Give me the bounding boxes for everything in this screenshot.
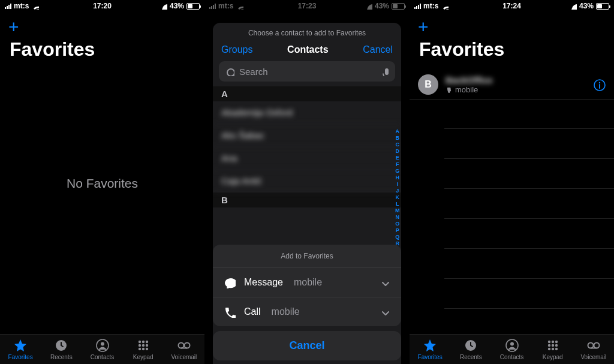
voicemail-icon — [586, 338, 601, 353]
tab-voicemail[interactable]: Voicemail — [164, 335, 204, 364]
dictation-icon[interactable] — [380, 67, 389, 76]
status-bar: mt:s 17:24 43% — [410, 0, 614, 12]
add-favorite-button[interactable]: + — [418, 18, 429, 36]
contact-icon — [95, 338, 110, 353]
signal-icon — [5, 4, 11, 9]
sheet-subtitle: Choose a contact to add to Favorites — [213, 23, 401, 41]
favorite-subtitle: mobile — [446, 85, 592, 94]
contact-icon — [505, 338, 519, 353]
battery-icon — [596, 3, 609, 10]
search-icon — [225, 67, 234, 76]
separator — [444, 248, 614, 249]
sheet-title: Contacts — [287, 44, 328, 55]
separator — [444, 188, 614, 189]
tab-favorites[interactable]: Favorites — [0, 335, 41, 364]
tab-bar: Favorites Recents Contacts Keypad Voicem… — [0, 334, 204, 364]
separator — [444, 158, 614, 159]
battery-pct: 43% — [579, 2, 594, 10]
star-icon — [423, 338, 437, 353]
battery-pct: 43% — [170, 2, 184, 10]
clock-icon — [54, 338, 68, 353]
contact-row[interactable]: Caja Antić — [213, 170, 401, 192]
tab-recents[interactable]: Recents — [41, 335, 82, 364]
separator — [444, 278, 614, 279]
separator — [444, 308, 614, 309]
empty-state-label: No Favorites — [0, 176, 204, 191]
tab-keypad[interactable]: Keypad — [123, 335, 164, 364]
phone-icon — [446, 86, 453, 93]
contact-row[interactable]: Ana — [213, 147, 401, 170]
wifi-icon — [31, 2, 39, 10]
section-header-b: B — [213, 192, 401, 207]
tab-recents[interactable]: Recents — [450, 335, 491, 364]
wifi-icon — [441, 2, 449, 10]
separator — [444, 218, 614, 219]
chevron-down-icon — [378, 276, 390, 288]
dnd-moon-icon — [161, 3, 167, 10]
favorite-name: BackOffice — [446, 75, 592, 85]
tab-keypad[interactable]: Keypad — [532, 335, 573, 364]
phone-icon — [224, 306, 236, 318]
favorite-row[interactable]: B BackOffice mobile — [410, 70, 614, 100]
action-call[interactable]: Call mobile — [213, 297, 401, 326]
page-title: Favorites — [10, 38, 95, 61]
tab-voicemail[interactable]: Voicemail — [573, 335, 614, 364]
pane-favorites-populated: mt:s 17:24 43% + Favorites B BackOffice … — [410, 0, 614, 364]
status-time: 17:24 — [502, 2, 521, 10]
section-header-a: A — [213, 86, 401, 101]
tab-favorites[interactable]: Favorites — [410, 335, 450, 364]
action-message[interactable]: Message mobile — [213, 267, 401, 297]
status-time: 17:20 — [93, 2, 112, 10]
groups-button[interactable]: Groups — [221, 44, 252, 55]
cancel-button[interactable]: Cancel — [363, 44, 393, 55]
add-favorite-button[interactable]: + — [8, 18, 19, 36]
dnd-moon-icon — [570, 3, 577, 10]
tab-bar: Favorites Recents Contacts Keypad Voicem… — [410, 334, 614, 364]
star-icon — [13, 338, 28, 353]
carrier-label: mt:s — [423, 2, 438, 10]
avatar: B — [418, 74, 438, 95]
status-bar: mt:s 17:20 43% — [0, 0, 204, 12]
message-icon — [224, 276, 236, 288]
action-sheet-title: Add to Favorites — [213, 245, 401, 267]
battery-icon — [186, 3, 200, 10]
voicemail-icon — [177, 338, 191, 353]
chevron-down-icon — [378, 306, 390, 318]
carrier-label: mt:s — [14, 2, 29, 10]
search-field[interactable] — [219, 61, 395, 82]
contact-row[interactable]: Aks Šabac — [213, 124, 401, 147]
signal-icon — [414, 4, 421, 9]
action-cancel-button[interactable]: Cancel — [213, 331, 401, 360]
keypad-icon — [136, 338, 151, 353]
info-icon[interactable] — [592, 78, 606, 91]
tab-contacts[interactable]: Contacts — [491, 335, 532, 364]
tab-contacts[interactable]: Contacts — [82, 335, 122, 364]
add-favorite-action-sheet: Add to Favorites Message mobile Call mob… — [213, 245, 401, 360]
page-title: Favorites — [419, 38, 504, 61]
search-input[interactable] — [239, 67, 375, 77]
keypad-icon — [546, 338, 560, 353]
clock-icon — [463, 338, 478, 353]
contact-row[interactable]: Akademija Oxford — [213, 101, 401, 124]
pane-favorites-empty: mt:s 17:20 43% + Favorites No Favorites … — [0, 0, 204, 364]
separator — [444, 128, 614, 129]
pane-contact-picker: mt:s 17:23 43% Choose a contact to add t… — [204, 0, 410, 364]
